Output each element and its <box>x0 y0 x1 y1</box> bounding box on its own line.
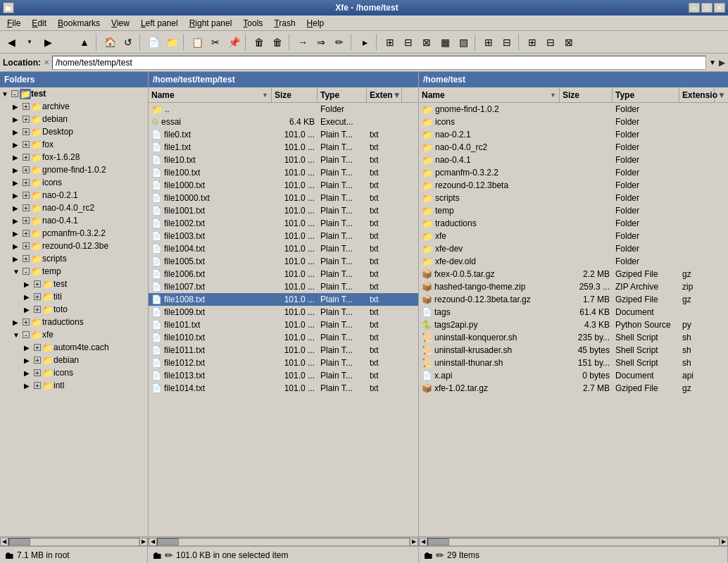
copy-button[interactable]: 📋 <box>189 34 206 51</box>
right-file-row[interactable]: 📁gnome-find-1.0.2 Folder <box>419 103 728 116</box>
middle-hscroll-thumb[interactable] <box>158 538 179 545</box>
tree-toggle[interactable]: + <box>23 179 30 186</box>
tree-toggle[interactable]: + <box>23 255 30 262</box>
left-hscroll-right[interactable]: ▶ <box>139 538 148 546</box>
tree-toggle[interactable]: + <box>23 242 30 249</box>
tree-toggle[interactable]: + <box>34 344 41 351</box>
tree-item-scripts[interactable]: ▶+📁scripts <box>0 252 148 265</box>
menu-help[interactable]: Help <box>301 17 330 30</box>
tree-item-icons[interactable]: ▶+📁icons <box>0 176 148 189</box>
right-file-row[interactable]: 📁temp Folder <box>419 204 728 217</box>
expand-icon[interactable]: ▼ <box>1 90 11 98</box>
right-col-name[interactable]: Name ▼ <box>419 87 560 102</box>
right-hscroll-left[interactable]: ◀ <box>419 538 427 546</box>
expand-icon[interactable]: ▶ <box>13 128 23 136</box>
middle-file-row[interactable]: 📁.. Folder <box>149 103 418 116</box>
menu-edit[interactable]: Edit <box>26 17 52 30</box>
trash-button[interactable]: 🗑 <box>269 34 286 51</box>
expand-icon[interactable]: ▶ <box>24 306 34 314</box>
expand-icon[interactable]: ▶ <box>24 344 34 352</box>
move-to-button[interactable]: ⇒ <box>313 34 330 51</box>
tree-item-test2[interactable]: ▶+📁test <box>0 278 148 290</box>
forward-button[interactable]: ▶ <box>39 34 56 51</box>
middle-panel-hscroll[interactable]: ◀ ▶ <box>149 536 418 546</box>
tree-item-titi[interactable]: ▶+📁titi <box>0 290 148 303</box>
minimize-button[interactable]: ─ <box>689 3 700 13</box>
middle-file-row[interactable]: 📄file1005.txt 101.0 ... Plain T... txt <box>149 255 418 268</box>
menu-trash[interactable]: Trash <box>268 17 301 30</box>
location-close-button[interactable]: ✕ <box>44 58 49 66</box>
right-file-row[interactable]: 📁traductions Folder <box>419 217 728 230</box>
right-file-row[interactable]: 📁xfe-dev.old Folder <box>419 255 728 268</box>
right-col-type[interactable]: Type <box>613 87 679 102</box>
tree-toggle[interactable]: + <box>23 230 30 237</box>
location-go-button[interactable]: ▶ <box>719 58 725 68</box>
middle-file-row[interactable]: 📄file1003.txt 101.0 ... Plain T... txt <box>149 230 418 242</box>
view10-button[interactable]: ⊠ <box>560 34 577 51</box>
new-folder-button[interactable]: 📁 <box>163 34 180 51</box>
view3-button[interactable]: ⊠ <box>418 34 435 51</box>
expand-icon[interactable]: ▶ <box>24 382 34 390</box>
tree-toggle[interactable]: + <box>34 369 41 376</box>
right-file-row[interactable]: 📦hashed-tango-theme.zip 259.3 ... ZIP Ar… <box>419 280 728 293</box>
tree-toggle[interactable]: + <box>23 217 30 224</box>
middle-file-row[interactable]: 📄file1.txt 101.0 ... Plain T... txt <box>149 141 418 154</box>
tree-toggle[interactable]: + <box>34 306 41 313</box>
right-col-size[interactable]: Size <box>560 87 613 102</box>
tree-item-fox-1.6.28[interactable]: ▶+📁fox-1.6.28 <box>0 151 148 163</box>
middle-file-row[interactable]: 📄file0.txt 101.0 ... Plain T... txt <box>149 128 418 141</box>
expand-icon[interactable]: ▶ <box>13 217 23 225</box>
right-file-row[interactable]: 📜uninstall-thunar.sh 151 by... Shell Scr… <box>419 357 728 369</box>
right-panel-hscroll[interactable]: ◀ ▶ <box>419 536 728 546</box>
location-input[interactable] <box>52 56 706 70</box>
tree-item-gnome-find-1.0.2[interactable]: ▶+📁gnome-find-1.0.2 <box>0 163 148 176</box>
expand-icon[interactable]: ▶ <box>13 154 23 161</box>
tree-item-temp[interactable]: ▼-📁temp <box>0 265 148 278</box>
delete-button[interactable]: 🗑 <box>251 34 268 51</box>
expand-icon[interactable]: ▶ <box>24 369 34 377</box>
view4-button[interactable]: ▦ <box>437 34 453 51</box>
menu-right-panel[interactable]: Right panel <box>184 17 238 30</box>
rename-button[interactable]: ✏ <box>331 34 348 51</box>
middle-file-row[interactable]: 📄file1004.txt 101.0 ... Plain T... txt <box>149 242 418 255</box>
middle-file-row[interactable]: 📄file1011.txt 101.0 ... Plain T... txt <box>149 344 418 357</box>
right-file-row[interactable]: 📁xfe-dev Folder <box>419 242 728 255</box>
tree-item-archive[interactable]: ▶+📁archive <box>0 100 148 113</box>
right-file-row[interactable]: 📁nao-0.2.1 Folder <box>419 128 728 141</box>
tree-item-Desktop[interactable]: ▶+📁Desktop <box>0 125 148 138</box>
right-file-row[interactable]: 📜uninstall-krusader.sh 45 bytes Shell Sc… <box>419 344 728 357</box>
tree-toggle[interactable]: + <box>23 192 30 199</box>
tree-toggle[interactable]: + <box>34 382 41 389</box>
tree-item-test[interactable]: ▼-📁test <box>0 87 148 100</box>
expand-icon[interactable]: ▶ <box>13 242 23 250</box>
tree-toggle[interactable]: + <box>34 357 41 364</box>
tree-toggle[interactable]: + <box>23 116 30 123</box>
tree-toggle[interactable]: - <box>23 268 30 275</box>
tree-item-autom4te.cach[interactable]: ▶+📁autom4te.cach <box>0 341 148 354</box>
right-file-row[interactable]: 📜uninstall-konqueror.sh 235 by... Shell … <box>419 331 728 344</box>
middle-file-row[interactable]: 📄file1009.txt 101.0 ... Plain T... txt <box>149 306 418 318</box>
new-file-button[interactable]: 📄 <box>145 34 162 51</box>
right-file-row[interactable]: 📁xfe Folder <box>419 230 728 242</box>
right-file-row[interactable]: 📄tags 61.4 KB Document <box>419 306 728 318</box>
expand-icon[interactable]: ▶ <box>13 116 23 123</box>
middle-file-row[interactable]: 📄file1013.txt 101.0 ... Plain T... txt <box>149 369 418 382</box>
tree-item-nao-0.2.1[interactable]: ▶+📁nao-0.2.1 <box>0 189 148 202</box>
middle-file-row[interactable]: 📄file1012.txt 101.0 ... Plain T... txt <box>149 357 418 369</box>
tree-item-toto[interactable]: ▶+📁toto <box>0 303 148 316</box>
menu-bookmarks[interactable]: Bookmarks <box>52 17 106 30</box>
menu-left-panel[interactable]: Left panel <box>135 17 184 30</box>
middle-file-row[interactable]: 📄file1001.txt 101.0 ... Plain T... txt <box>149 204 418 217</box>
right-hscroll-thumb[interactable] <box>428 538 449 545</box>
right-file-row[interactable]: 📁icons Folder <box>419 116 728 128</box>
close-button[interactable]: ✕ <box>714 3 725 13</box>
right-file-row[interactable]: 🐍tags2api.py 4.3 KB Python Source py <box>419 318 728 331</box>
tree-item-traductions[interactable]: ▶+📁traductions <box>0 316 148 328</box>
view5-button[interactable]: ▧ <box>455 34 472 51</box>
tree-item-icons2[interactable]: ▶+📁icons <box>0 366 148 379</box>
expand-icon[interactable]: ▶ <box>13 230 23 237</box>
middle-hscroll-left[interactable]: ◀ <box>149 538 157 546</box>
right-hscroll-right[interactable]: ▶ <box>720 538 728 546</box>
left-hscroll-left[interactable]: ◀ <box>0 538 8 546</box>
view7-button[interactable]: ⊟ <box>498 34 515 51</box>
